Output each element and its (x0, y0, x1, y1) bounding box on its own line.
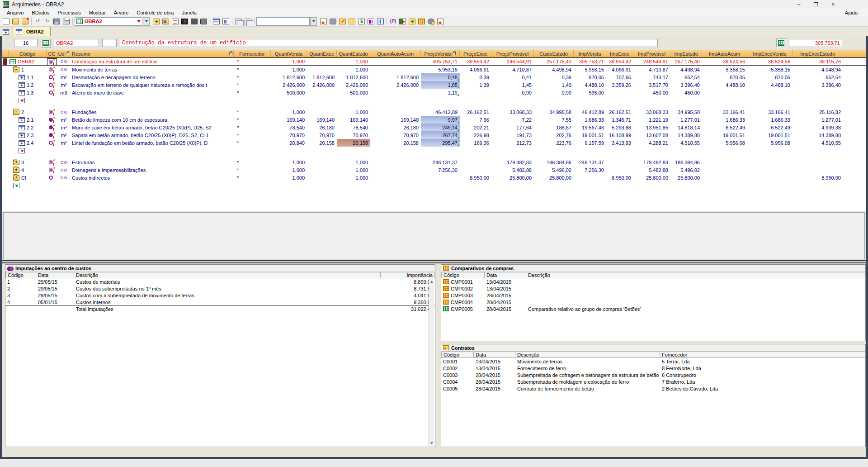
cell-impexecestudo[interactable]: 14.389,88 (793, 131, 843, 139)
cell-quantautoacum[interactable]: 169,140 (370, 116, 421, 124)
cell-impvenda[interactable]: 19.567,46 (574, 124, 606, 131)
cell-preçovenda[interactable]: 9,97 (421, 116, 460, 124)
grid-col-impexecvenda[interactable]: ImpExecVenda (747, 50, 793, 57)
cell-impexecestudo[interactable]: 4.048,94 (793, 66, 843, 73)
cell-ud[interactable] (57, 147, 70, 154)
cell-impexecvenda[interactable]: 33.166,41 (747, 108, 793, 116)
cell-quantestudo[interactable]: 20,158 (337, 139, 370, 147)
cell-quantvenda[interactable]: 1,000 (271, 166, 307, 174)
cell-preçoprovável[interactable]: 7,22 (491, 116, 534, 124)
grid-row-2.1[interactable]: 2.1m²Betão de limpeza com 10 cm de espes… (2, 116, 866, 124)
comparative-row[interactable]: CMP000113/04/2015 (441, 278, 865, 285)
cell-impexec[interactable] (606, 89, 633, 96)
cell-impvenda[interactable]: 595,00 (574, 89, 606, 96)
cell-fornecedor[interactable]: * (234, 166, 271, 174)
cell-cc[interactable] (47, 124, 57, 131)
cell-impestudo[interactable]: 34.995,58 (670, 108, 702, 116)
cell-preçovenda[interactable]: 295,47 (421, 139, 460, 147)
cell-preçovenda[interactable]: 7.256,30 (421, 166, 460, 174)
cell-impautoacum[interactable] (702, 96, 747, 104)
cell-impautoacum[interactable]: 870,05 (702, 73, 747, 81)
cell-impestudo[interactable]: 4.498,94 (670, 66, 702, 73)
contract-row[interactable]: C000528/04/2015Contrato de fornecimento … (441, 385, 865, 392)
cell-quantvenda[interactable]: 70,970 (271, 131, 307, 139)
cell-quantexec[interactable]: 2.426,000 (307, 81, 337, 89)
cell-quantestudo[interactable]: 1.812,600 (337, 73, 370, 81)
cell-impexecestudo[interactable]: 8.950,00 (793, 174, 843, 181)
cell-preçoexec[interactable] (460, 96, 491, 104)
cell-custoestudo[interactable]: 34.995,58 (534, 108, 574, 116)
cell-quantestudo[interactable]: 1,000 (337, 166, 370, 174)
cell-impprovável[interactable]: 13.951,85 (633, 124, 670, 131)
new-row-icon[interactable] (13, 183, 19, 188)
imputations-scrollbar[interactable] (429, 279, 434, 446)
cell-impestudo[interactable]: 14.389,88 (670, 131, 702, 139)
cell-preçoprovável[interactable]: 25.800,00 (491, 174, 534, 181)
chapter-folder-icon[interactable]: + (13, 175, 19, 181)
cell-impexecvenda[interactable]: 5.956,08 (747, 139, 793, 147)
cell-impexec[interactable] (606, 96, 633, 104)
cell-fornecedor[interactable] (234, 147, 271, 154)
cell-preçoexec[interactable]: 4.066,91 (460, 66, 491, 73)
cell-preçoprovável[interactable]: 179.482,83 (491, 158, 534, 166)
processes-gear-icon[interactable] (426, 17, 436, 26)
row-marker[interactable] (2, 166, 9, 174)
cell-quantautoacum[interactable] (370, 108, 421, 116)
cell-resumo[interactable]: Lintel de fundação em betão armado, betã… (70, 139, 234, 147)
col-fornecedor[interactable]: Fornecedor (660, 352, 865, 358)
cell-impexecvenda[interactable] (747, 147, 793, 154)
cell-impexec[interactable] (606, 158, 633, 166)
grid-row-4[interactable]: +4Drenagens e impermeabilizações*1,0001,… (2, 166, 866, 174)
cell-quantvenda[interactable]: 1.812,600 (271, 73, 307, 81)
grid-col-código[interactable]: Código (9, 50, 47, 57)
cell-quantautoacum[interactable] (370, 174, 421, 181)
cell-impexecvenda[interactable] (747, 166, 793, 174)
percentages-icon[interactable]: (P) (388, 17, 398, 26)
cell-fornecedor[interactable]: * (234, 124, 271, 131)
cell-preçoprovável[interactable]: 0,41 (491, 73, 534, 81)
cell-quantautoacum[interactable]: 20,158 (370, 139, 421, 147)
cell-fornecedor[interactable]: * (234, 66, 271, 73)
cell-impexecestudo[interactable]: 38.115,76 (793, 58, 843, 65)
cell-impexecvenda[interactable]: 6.522,49 (747, 124, 793, 131)
cell-impestudo[interactable]: 450,00 (670, 89, 702, 96)
job-sheet-button[interactable] (41, 39, 51, 48)
col-data[interactable]: Data (36, 272, 74, 278)
cell-impprovável[interactable]: 3.517,70 (633, 81, 670, 89)
job-description-field[interactable]: Construção da estrutura de um edifício (120, 39, 658, 47)
menu-processos[interactable]: Processos (53, 10, 85, 16)
cell-preçoprovável[interactable] (491, 147, 534, 154)
save-icon[interactable] (52, 17, 61, 26)
cell-quantexec[interactable] (307, 174, 337, 181)
grid-row-CI[interactable]: +CICustos indirectos*1,0001,0008.950,002… (2, 174, 866, 181)
cell-impestudo[interactable]: 652,54 (670, 73, 702, 81)
cell-custoestudo[interactable] (534, 96, 574, 104)
cell-impexecestudo[interactable]: 4.510,55 (793, 139, 843, 147)
cell-quantautoacum[interactable] (370, 58, 421, 65)
cell-preçovenda[interactable]: 246.131,37 (421, 158, 460, 166)
cell-impautoacum[interactable]: 5.956,08 (702, 139, 747, 147)
cell-quantautoacum[interactable] (370, 147, 421, 154)
cell-preçoexec[interactable]: 8.950,00 (460, 174, 491, 181)
cell-impprovável[interactable] (633, 96, 670, 104)
cell-preçoexec[interactable]: 1,39 (460, 81, 491, 89)
cell-impautoacum[interactable] (702, 174, 747, 181)
row-marker[interactable] (2, 124, 9, 131)
search-combo[interactable] (256, 17, 310, 26)
new-row-icon[interactable] (19, 148, 25, 153)
grid-col-quantestudo[interactable]: QuantEstudo (337, 50, 370, 57)
cell-custoestudo[interactable]: 202,76 (534, 131, 574, 139)
cell-fornecedor[interactable]: * (234, 73, 271, 81)
cell-quantvenda[interactable]: 20,840 (271, 139, 307, 147)
grid-col-impvenda[interactable]: ImpVenda (574, 50, 606, 57)
cell-impexecestudo[interactable] (793, 89, 843, 96)
row-marker[interactable] (2, 81, 9, 89)
row-marker[interactable] (2, 139, 9, 147)
col-codigo[interactable]: Código (441, 352, 474, 358)
cell-cc[interactable] (47, 58, 57, 65)
grid-row[interactable] (2, 96, 866, 104)
cell-quantestudo[interactable]: 500,000 (337, 89, 370, 96)
cell-quantestudo[interactable] (337, 147, 370, 154)
grid-col-impexecestudo[interactable]: ImpExecEstudo (793, 50, 843, 57)
cell-preçovenda[interactable]: 5.953,15 (421, 66, 460, 73)
